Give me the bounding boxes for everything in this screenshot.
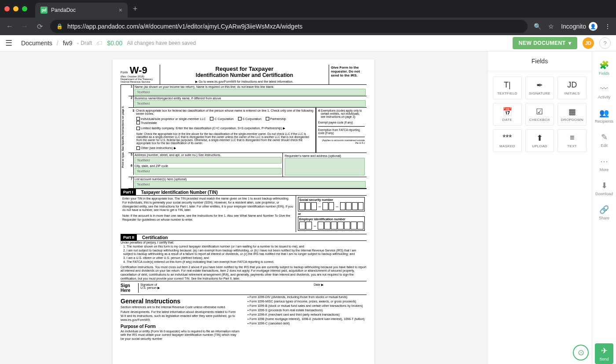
field-tile-icon: JD xyxy=(567,81,577,90)
reload-icon[interactable]: ⟳ xyxy=(35,22,44,31)
field-tile-icon: ✒ xyxy=(536,81,543,90)
field-tile-label: SIGNATURE xyxy=(529,91,550,95)
field-tile-text[interactable]: ≡TEXT xyxy=(557,129,587,152)
checkbox[interactable] xyxy=(210,117,213,120)
help-button[interactable]: ? xyxy=(599,37,611,49)
checkbox[interactable] xyxy=(238,117,242,120)
rail-icon: ⋯ xyxy=(600,157,608,166)
minimize-window-button[interactable] xyxy=(13,6,18,11)
field-tile-label: UPLOAD xyxy=(532,144,547,148)
textfield-account[interactable]: Textfield xyxy=(135,181,366,188)
rail-item-recipients[interactable]: 👥Recipients xyxy=(592,104,616,128)
incognito-badge: Incognito 👤 xyxy=(561,22,598,31)
fields-panel: Fields T|TEXTFIELD✒SIGNATUREJDINITIALS📅D… xyxy=(487,51,592,364)
field-tile-label: CHECKBOX xyxy=(529,118,550,122)
field-tile-icon: ≡ xyxy=(570,134,575,142)
field-tile-signature[interactable]: ✒SIGNATURE xyxy=(525,76,554,99)
rail-icon: 〰 xyxy=(600,84,608,94)
price-label: $0.00 xyxy=(107,40,122,47)
avatar[interactable]: JD xyxy=(583,37,594,49)
close-tab-icon[interactable]: × xyxy=(119,7,122,14)
rail-icon: ⬇ xyxy=(601,181,608,190)
field-tile-upload[interactable]: ⬆UPLOAD xyxy=(525,129,554,152)
field-tile-label: DROPDOWN xyxy=(561,118,583,122)
field-tile-label: TEXTFIELD xyxy=(497,91,517,95)
field-tile-icon: ⬆ xyxy=(536,134,543,142)
rail-item-more[interactable]: ⋯More xyxy=(592,152,616,176)
textfield-address[interactable]: Textfield xyxy=(135,157,282,164)
rail-label: Fields xyxy=(599,71,609,76)
breadcrumb-separator: / xyxy=(57,40,59,47)
rail-item-fields[interactable]: 🧩Fields xyxy=(592,56,616,80)
textfield-name[interactable]: Textfield xyxy=(135,89,366,95)
fields-panel-title: Fields xyxy=(488,51,592,71)
field-tile-label: TEXT xyxy=(567,144,577,148)
menu-icon[interactable]: ⋮ xyxy=(605,23,611,30)
checkbox[interactable] xyxy=(136,146,140,150)
url-field[interactable]: 🔒 https://app.pandadoc.com/a/#/document/… xyxy=(50,20,528,33)
right-rail: 🧩Fields〰Activity👥Recipients✎Edit⋯More⬇Do… xyxy=(592,51,616,364)
rail-icon: 🔗 xyxy=(599,205,609,215)
field-tile-date[interactable]: 📅DATE xyxy=(493,103,522,126)
tag-icon[interactable]: 🏷 xyxy=(96,40,103,47)
field-tile-checkbox[interactable]: ☑CHECKBOX xyxy=(525,103,554,126)
tab-title: PandaDoc xyxy=(51,7,76,13)
url-text: https://app.pandadoc.com/a/#/document/v1… xyxy=(67,23,303,30)
menu-hamburger-icon[interactable]: ☰ xyxy=(5,38,12,48)
rail-label: Share xyxy=(599,216,609,220)
bookmark-icon[interactable]: ☆ xyxy=(548,23,554,30)
close-window-button[interactable] xyxy=(4,6,10,11)
chevron-down-icon: ▾ xyxy=(568,40,572,46)
field-tile-dropdown[interactable]: ▦DROPDOWN xyxy=(557,103,587,126)
breadcrumb-doc: fw9 xyxy=(63,40,73,47)
status-badge: Draft xyxy=(77,40,92,46)
send-button[interactable]: ✈ Send xyxy=(595,343,613,364)
main-layout: Form W-9 (Rev. October 2018) Department … xyxy=(0,51,616,364)
field-tile-icon: ☑ xyxy=(536,107,543,116)
field-tile-label: INITIALS xyxy=(565,91,580,95)
address-bar: ← → ⟳ 🔒 https://app.pandadoc.com/a/#/doc… xyxy=(0,18,616,35)
back-icon[interactable]: ← xyxy=(5,22,14,30)
new-tab-button[interactable]: + xyxy=(133,4,138,14)
document-page: Form W-9 (Rev. October 2018) Department … xyxy=(113,59,374,364)
forward-icon[interactable]: → xyxy=(20,22,29,30)
rail-item-share[interactable]: 🔗Share xyxy=(592,200,616,225)
rail-label: Recipients xyxy=(595,119,613,124)
textfield-requester[interactable] xyxy=(285,158,365,175)
document-canvas[interactable]: Form W-9 (Rev. October 2018) Department … xyxy=(0,51,487,364)
field-tile-icon: T| xyxy=(504,81,511,90)
breadcrumb-root[interactable]: Documents xyxy=(21,40,52,47)
textfield-business[interactable]: Textfield xyxy=(135,100,366,107)
lock-icon: 🔒 xyxy=(56,23,63,29)
rail-icon: 👥 xyxy=(599,108,609,118)
tab-favicon-icon: pd xyxy=(40,7,48,14)
maximize-window-button[interactable] xyxy=(22,6,27,11)
field-tile-label: MASKED xyxy=(499,144,515,148)
rail-label: Edit xyxy=(601,143,608,148)
app-header: ☰ Documents / fw9 Draft 🏷 $0.00 All chan… xyxy=(0,35,616,51)
tab-bar: pd PandaDoc × + xyxy=(0,0,616,18)
floating-help-button[interactable]: ⊙ xyxy=(573,345,589,360)
zoom-icon[interactable]: 🔍 xyxy=(534,23,541,30)
rail-label: Download xyxy=(595,192,613,196)
field-tile-textfield[interactable]: T|TEXTFIELD xyxy=(493,76,522,99)
new-document-button[interactable]: NEW DOCUMENT ▾ xyxy=(513,37,577,49)
rail-item-download[interactable]: ⬇Download xyxy=(592,176,616,200)
textfield-city[interactable]: Textfield xyxy=(135,168,282,175)
checkbox[interactable] xyxy=(136,127,140,130)
rail-label: More xyxy=(600,167,609,172)
field-tile-icon: ▦ xyxy=(568,107,576,116)
field-tile-icon: 📅 xyxy=(502,107,512,116)
checkbox[interactable] xyxy=(136,117,140,120)
checkbox[interactable] xyxy=(136,121,140,124)
browser-tab[interactable]: pd PandaDoc × xyxy=(35,3,128,18)
field-tile-masked[interactable]: ***MASKED xyxy=(493,129,522,152)
rail-icon: ✎ xyxy=(601,132,608,142)
rail-item-activity[interactable]: 〰Activity xyxy=(592,80,616,104)
browser-chrome: pd PandaDoc × + ← → ⟳ 🔒 https://app.pand… xyxy=(0,0,616,35)
window-controls xyxy=(4,6,27,11)
breadcrumb: Documents / fw9 Draft 🏷 $0.00 All change… xyxy=(21,40,196,47)
checkbox[interactable] xyxy=(266,117,269,120)
rail-item-edit[interactable]: ✎Edit xyxy=(592,128,616,152)
field-tile-initials[interactable]: JDINITIALS xyxy=(557,76,587,99)
